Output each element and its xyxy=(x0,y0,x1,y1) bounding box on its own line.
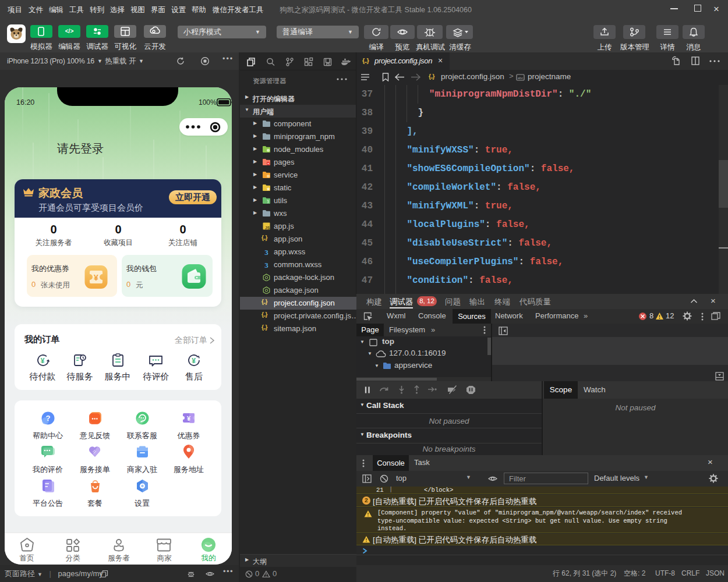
svg-text:abc: abc xyxy=(518,76,524,80)
svg-text:¥: ¥ xyxy=(94,273,98,282)
svg-text:3: 3 xyxy=(264,248,268,255)
svg-text:?: ? xyxy=(46,414,51,423)
svg-text:¥: ¥ xyxy=(192,357,196,365)
svg-text:¥: ¥ xyxy=(41,357,45,365)
svg-text:JS: JS xyxy=(265,226,270,230)
svg-text:¥: ¥ xyxy=(187,415,191,422)
svg-text:3: 3 xyxy=(264,261,268,268)
